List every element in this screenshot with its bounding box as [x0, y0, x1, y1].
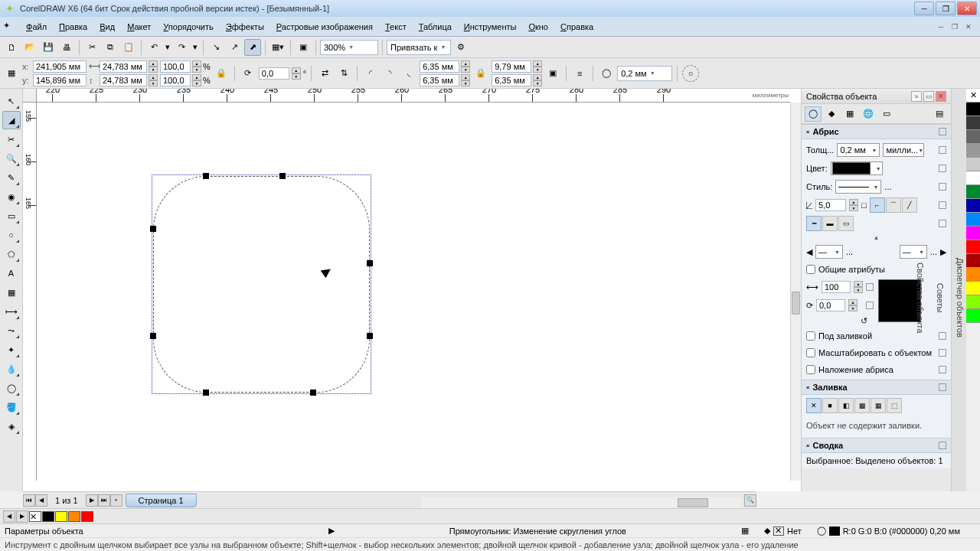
menu-таблица[interactable]: Таблица: [413, 19, 458, 34]
wrap-text-button[interactable]: ≡: [571, 65, 588, 82]
first-page-button[interactable]: ⏮: [23, 494, 35, 507]
table-tool[interactable]: ▦: [2, 283, 21, 302]
nib-angle-input[interactable]: 0,0: [816, 299, 845, 311]
connector-tool[interactable]: ⤳: [2, 321, 21, 340]
interactive-fill-tool[interactable]: ◈: [2, 417, 21, 435]
relative-corners-button[interactable]: ▣: [544, 65, 561, 82]
color-swatch[interactable]: [966, 103, 980, 116]
corner-w1-input[interactable]: 6,35 мм: [420, 60, 459, 73]
fill-indicator-icon[interactable]: ◆: [764, 526, 770, 536]
pattern-fill-button[interactable]: ▩: [854, 398, 870, 413]
x-input[interactable]: 241,905 мм: [33, 60, 87, 73]
outline-tool[interactable]: ◯: [2, 379, 21, 397]
polygon-tool[interactable]: ⬠: [2, 245, 21, 263]
ruler-vertical[interactable]: 155160165: [23, 103, 37, 481]
section-summary-header[interactable]: «Сводка: [802, 438, 951, 453]
prev-page-button[interactable]: ◀: [35, 494, 47, 507]
tab-outline[interactable]: ◯: [805, 106, 822, 122]
ruler-horizontal[interactable]: 2202252302352402452502552602652702752802…: [37, 89, 790, 103]
paste-button[interactable]: 📋: [120, 39, 137, 56]
overprint-checkbox[interactable]: [806, 365, 815, 374]
color-apply-button[interactable]: [939, 165, 946, 172]
mdi-close-button[interactable]: ✕: [963, 21, 974, 32]
ruler-origin[interactable]: [23, 89, 37, 103]
drawing-canvas[interactable]: [37, 103, 790, 481]
fill-dropdown[interactable]: ▦▾: [270, 39, 286, 56]
outline-color-combo[interactable]: ▼: [831, 161, 883, 175]
no-color-swatch[interactable]: ✕: [966, 89, 980, 103]
color-swatch[interactable]: [966, 309, 980, 323]
corner-round-button[interactable]: ◜: [362, 65, 379, 82]
export-button[interactable]: ↗: [226, 39, 243, 56]
outline-width-combo[interactable]: 0,2 мм▼: [617, 66, 672, 81]
corner-h1-input[interactable]: 6,35 мм: [420, 74, 459, 86]
style-apply-button[interactable]: [939, 183, 946, 191]
no-color-swatch-bottom[interactable]: ✕: [29, 511, 41, 522]
corner-round-button[interactable]: ⌒: [886, 197, 901, 213]
add-page-button[interactable]: +: [110, 494, 122, 507]
menu-вид[interactable]: Вид: [93, 19, 121, 34]
publish-button[interactable]: ⬈: [244, 39, 261, 56]
maximize-button[interactable]: ❐: [936, 2, 956, 15]
style-more-button[interactable]: ...: [884, 182, 891, 191]
corner-scallop-button[interactable]: ◝: [381, 65, 398, 82]
launch-button[interactable]: ▣: [295, 39, 312, 56]
zoom-fit-button[interactable]: 🔍: [744, 494, 756, 507]
color-swatch[interactable]: [966, 185, 980, 199]
next-page-button[interactable]: ▶: [86, 494, 98, 507]
panel-expand-button[interactable]: »: [911, 91, 922, 102]
stretch-input[interactable]: 100: [822, 281, 851, 293]
section-outline-header[interactable]: «Абрис: [802, 124, 951, 139]
color-proof-icon[interactable]: ▦: [741, 526, 749, 536]
color-swatch[interactable]: [81, 511, 93, 522]
options-button[interactable]: ⚙: [452, 39, 469, 56]
mdi-restore-button[interactable]: ❐: [949, 21, 960, 32]
pick-tool[interactable]: ↖: [2, 92, 21, 110]
arrow-end-more[interactable]: ...: [930, 247, 937, 256]
behind-fill-checkbox[interactable]: [806, 331, 815, 341]
cut-button[interactable]: ✂: [83, 39, 100, 56]
corner-miter-button[interactable]: ⌐: [870, 197, 885, 213]
zoom-combo[interactable]: 300% ▼: [320, 40, 378, 55]
presets-button[interactable]: ▦: [3, 65, 20, 82]
menu-упорядочить[interactable]: Упорядочить: [157, 19, 219, 34]
width-input[interactable]: 24,783 мм: [100, 60, 147, 73]
corner-h2-input[interactable]: 6,35 мм: [492, 74, 531, 86]
minimize-button[interactable]: ─: [914, 2, 934, 15]
mirror-v-button[interactable]: ⇅: [335, 65, 352, 82]
miter-input[interactable]: 5,0: [815, 199, 846, 211]
dimension-tool[interactable]: ⟼: [2, 302, 21, 321]
share-attrs-checkbox[interactable]: [806, 265, 815, 274]
smart-fill-tool[interactable]: ◉: [2, 187, 21, 206]
menu-текст[interactable]: Текст: [379, 19, 413, 34]
postscript-fill-button[interactable]: ⬚: [887, 398, 902, 413]
color-swatch[interactable]: [966, 199, 980, 213]
menu-окно[interactable]: Окно: [522, 19, 554, 34]
color-swatch[interactable]: [68, 511, 80, 522]
save-button[interactable]: 💾: [40, 39, 57, 56]
color-swatch[interactable]: [966, 158, 980, 171]
no-fill-button[interactable]: ✕: [806, 398, 822, 413]
menu-правка[interactable]: Правка: [53, 19, 93, 34]
uniform-fill-button[interactable]: ■: [822, 398, 838, 413]
docker-tab[interactable]: Диспетчер объектов: [954, 255, 966, 341]
color-swatch[interactable]: [966, 130, 980, 144]
mirror-h-button[interactable]: ⇄: [316, 65, 333, 82]
open-button[interactable]: 📂: [21, 39, 38, 56]
cap-round-button[interactable]: ▬: [822, 216, 838, 231]
color-swatch[interactable]: [966, 144, 980, 158]
arrow-start-combo[interactable]: —▼: [815, 245, 843, 259]
lock-corners-button[interactable]: 🔒: [472, 65, 489, 82]
scale-with-checkbox[interactable]: [806, 348, 815, 357]
calligraphy-reset-icon[interactable]: ↺: [806, 316, 874, 326]
color-swatch[interactable]: [55, 511, 67, 522]
color-swatch[interactable]: [966, 227, 980, 240]
y-input[interactable]: 145,896 мм: [33, 74, 87, 86]
color-swatch[interactable]: [966, 116, 980, 130]
print-button[interactable]: 🖶: [58, 39, 75, 56]
panel-menu-button[interactable]: ▤: [931, 106, 948, 122]
color-swatch[interactable]: [966, 295, 980, 309]
copy-button[interactable]: ⧉: [102, 39, 119, 56]
freehand-tool[interactable]: ✎: [2, 168, 21, 187]
docker-tab[interactable]: Свойства объекта: [914, 259, 926, 336]
